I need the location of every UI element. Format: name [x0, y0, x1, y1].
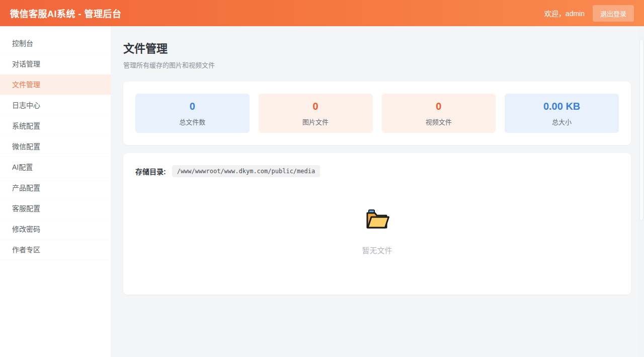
- page-title: 文件管理: [123, 39, 631, 55]
- sidebar-item-console[interactable]: 控制台: [0, 33, 111, 54]
- vertical-scrollbar[interactable]: [639, 26, 644, 357]
- stat-value: 0: [436, 101, 441, 112]
- stat-value: 0.00 KB: [543, 101, 580, 112]
- stat-label: 总大小: [552, 117, 572, 126]
- open-folder-icon: [365, 208, 389, 231]
- header-right: 欢迎，admin 退出登录: [544, 5, 634, 22]
- stat-image-files: 0 图片文件: [259, 94, 373, 133]
- stat-label: 总文件数: [179, 117, 205, 126]
- sidebar-item-service-config[interactable]: 客服配置: [0, 198, 111, 219]
- welcome-text: 欢迎，admin: [544, 8, 585, 18]
- storage-directory-label: 存储目录:: [135, 166, 166, 176]
- page-body: 控制台 对话管理 文件管理 日志中心 系统配置 微信配置 AI配置 产品配置 客…: [0, 26, 644, 357]
- stat-total-size: 0.00 KB 总大小: [505, 94, 619, 133]
- storage-directory-row: 存储目录: /www/wwwroot/www.dkym.com/public/m…: [135, 165, 619, 177]
- stat-value: 0: [190, 101, 195, 112]
- stat-video-files: 0 视频文件: [382, 94, 496, 133]
- empty-text: 暂无文件: [362, 245, 392, 255]
- stats-card: 0 总文件数 0 图片文件 0 视频文件 0.00 KB 总大小: [123, 82, 631, 145]
- storage-directory-path: /www/wwwroot/www.dkym.com/public/media: [172, 165, 320, 177]
- stat-total-files: 0 总文件数: [135, 94, 250, 133]
- empty-state: 暂无文件: [135, 208, 619, 255]
- sidebar-item-conversations[interactable]: 对话管理: [0, 54, 111, 75]
- logout-button[interactable]: 退出登录: [593, 5, 634, 22]
- stat-label: 图片文件: [302, 117, 329, 126]
- sidebar-item-logs[interactable]: 日志中心: [0, 95, 111, 116]
- page-subtitle: 管理所有缓存的图片和视频文件: [123, 60, 631, 69]
- sidebar-item-product-config[interactable]: 产品配置: [0, 178, 111, 198]
- sidebar-item-system-config[interactable]: 系统配置: [0, 116, 111, 136]
- sidebar-item-author-zone[interactable]: 作者专区: [0, 240, 111, 260]
- scrollbar-thumb[interactable]: [639, 39, 643, 221]
- stat-label: 视频文件: [426, 117, 452, 126]
- sidebar-item-files[interactable]: 文件管理: [0, 75, 111, 95]
- sidebar-nav: 控制台 对话管理 文件管理 日志中心 系统配置 微信配置 AI配置 产品配置 客…: [0, 26, 111, 357]
- sidebar-item-ai-config[interactable]: AI配置: [0, 157, 111, 178]
- file-list-card: 存储目录: /www/wwwroot/www.dkym.com/public/m…: [123, 153, 631, 295]
- top-header: 微信客服AI系统 - 管理后台 欢迎，admin 退出登录: [0, 0, 644, 26]
- stat-value: 0: [313, 101, 318, 112]
- sidebar-item-change-password[interactable]: 修改密码: [0, 219, 111, 240]
- app-title: 微信客服AI系统 - 管理后台: [10, 7, 122, 20]
- sidebar-item-wechat-config[interactable]: 微信配置: [0, 136, 111, 157]
- main-content: 文件管理 管理所有缓存的图片和视频文件 0 总文件数 0 图片文件 0 视频文件…: [111, 26, 644, 357]
